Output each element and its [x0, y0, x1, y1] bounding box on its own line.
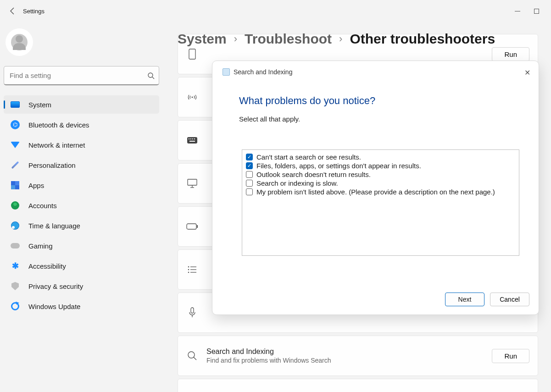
svg-rect-8: [194, 138, 195, 139]
row-title: Search and Indexing: [206, 348, 484, 356]
svg-rect-5: [189, 138, 189, 139]
monitor-icon: [186, 177, 198, 189]
breadcrumb-troubleshoot[interactable]: Troubleshoot: [245, 31, 332, 47]
sidebar-item-label: System: [28, 101, 51, 109]
svg-rect-9: [189, 141, 195, 142]
gamepad-icon: [10, 241, 20, 251]
checkbox-icon[interactable]: [246, 154, 253, 160]
microphone-icon: [186, 307, 198, 319]
checkbox-icon[interactable]: [246, 162, 253, 169]
dialog-option[interactable]: Files, folders, apps, or settings don't …: [246, 161, 515, 170]
shield-icon: [10, 281, 20, 291]
troubleshooter-icon: [223, 68, 230, 76]
dialog-header: Search and Indexing: [223, 68, 529, 76]
battery-icon: [186, 221, 198, 232]
sidebar-item-label: Time & language: [28, 222, 80, 230]
refresh-icon: [10, 301, 20, 311]
checkbox-icon[interactable]: [246, 180, 253, 187]
option-label: Search or indexing is slow.: [256, 179, 338, 187]
title-bar: Settings: [0, 0, 551, 22]
checkbox-icon[interactable]: [246, 188, 253, 195]
dialog-option[interactable]: Search or indexing is slow.: [246, 179, 515, 188]
svg-point-17: [188, 269, 189, 271]
svg-point-0: [148, 73, 153, 77]
globe-icon: [10, 221, 20, 231]
app-title: Settings: [23, 8, 45, 15]
sidebar-item-label: Bluetooth & devices: [28, 121, 89, 129]
dialog-options-list: Can't start a search or see results. Fil…: [242, 149, 519, 256]
sidebar-item-personalization[interactable]: Personalization: [4, 156, 159, 174]
wifi-icon: [10, 140, 20, 150]
sidebar-item-label: Accessibility: [28, 262, 66, 270]
sidebar-item-label: Privacy & security: [28, 282, 83, 290]
sidebar-item-accounts[interactable]: Accounts: [4, 196, 159, 215]
run-button[interactable]: Run: [492, 349, 529, 363]
apps-icon: [10, 180, 20, 190]
troubleshooter-dialog: ✕ Search and Indexing What problems do y…: [212, 61, 539, 315]
breadcrumb-system[interactable]: System: [178, 31, 227, 47]
svg-rect-10: [188, 179, 197, 185]
dialog-option[interactable]: Outlook search doesn't return results.: [246, 170, 515, 179]
person-icon: [10, 200, 20, 210]
sidebar-item-apps[interactable]: Apps: [4, 176, 159, 194]
search-input[interactable]: [4, 66, 159, 85]
svg-point-3: [192, 97, 193, 98]
bluetooth-icon: ⌬: [10, 120, 20, 130]
maximize-button[interactable]: [534, 9, 539, 14]
svg-rect-21: [191, 308, 194, 313]
list-icon: [186, 264, 198, 276]
sidebar-item-gaming[interactable]: Gaming: [4, 237, 159, 255]
svg-rect-2: [189, 49, 195, 59]
troubleshooter-row-shared-folders[interactable]: Shared Folders Run: [178, 379, 538, 392]
device-icon: [186, 48, 198, 60]
window-controls: [515, 9, 547, 14]
page-title: Other troubleshooters: [350, 31, 495, 47]
sidebar-item-update[interactable]: Windows Update: [4, 297, 159, 315]
sidebar-item-accessibility[interactable]: ✱ Accessibility: [4, 257, 159, 275]
sidebar-item-time[interactable]: Time & language: [4, 216, 159, 235]
sidebar: System ⌬ Bluetooth & devices Network & i…: [0, 22, 163, 392]
dialog-subtitle: Select all that apply.: [239, 115, 529, 123]
next-button[interactable]: Next: [445, 293, 484, 306]
svg-point-19: [188, 272, 189, 273]
option-label: Can't start a search or see results.: [256, 153, 361, 161]
svg-rect-13: [187, 224, 196, 229]
chevron-right-icon: ›: [234, 33, 237, 45]
svg-rect-7: [192, 138, 193, 139]
svg-line-24: [194, 357, 196, 360]
svg-rect-6: [190, 138, 191, 139]
sidebar-item-system[interactable]: System: [4, 95, 159, 114]
dialog-footer: Next Cancel: [222, 286, 529, 306]
sidebar-item-label: Accounts: [28, 202, 57, 210]
option-label: My problem isn't listed above. (Please p…: [256, 188, 495, 196]
minimize-button[interactable]: [515, 11, 520, 11]
row-subtitle: Find and fix problems with Windows Searc…: [206, 357, 484, 364]
svg-point-15: [188, 266, 189, 268]
search-wrap: [4, 66, 159, 85]
close-button[interactable]: ✕: [523, 66, 532, 79]
cancel-button[interactable]: Cancel: [490, 293, 529, 306]
keyboard-icon: [186, 134, 198, 146]
checkbox-icon[interactable]: [246, 171, 253, 178]
dialog-option[interactable]: My problem isn't listed above. (Please p…: [246, 188, 515, 196]
nav: System ⌬ Bluetooth & devices Network & i…: [2, 95, 161, 315]
svg-line-1: [152, 77, 154, 79]
run-button[interactable]: Run: [492, 47, 529, 61]
option-label: Outlook search doesn't return results.: [256, 171, 371, 178]
sidebar-item-label: Network & internet: [28, 141, 85, 149]
sidebar-item-network[interactable]: Network & internet: [4, 136, 159, 154]
avatar[interactable]: [6, 28, 33, 56]
brush-icon: [10, 160, 20, 170]
svg-point-23: [188, 352, 195, 358]
sidebar-item-privacy[interactable]: Privacy & security: [4, 277, 159, 295]
sidebar-item-bluetooth[interactable]: ⌬ Bluetooth & devices: [4, 116, 159, 134]
broadcast-icon: [186, 91, 198, 103]
system-icon: [10, 99, 20, 110]
search-icon[interactable]: [147, 72, 155, 79]
dialog-option[interactable]: Can't start a search or see results.: [246, 153, 515, 161]
dialog-question: What problems do you notice?: [239, 95, 529, 107]
back-button[interactable]: [4, 2, 22, 20]
troubleshooter-row-search-indexing[interactable]: Search and Indexing Find and fix problem…: [178, 336, 538, 376]
chevron-right-icon: ›: [339, 33, 342, 45]
svg-rect-4: [187, 137, 197, 144]
